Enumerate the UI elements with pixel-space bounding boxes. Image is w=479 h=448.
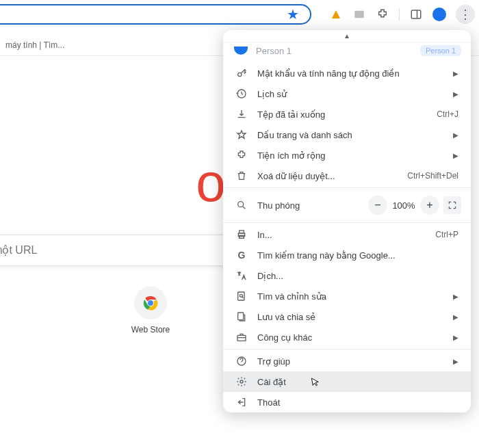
svg-point-10	[238, 202, 244, 207]
chevron-right-icon: ▶	[453, 152, 458, 159]
briefcase-icon	[235, 332, 248, 343]
menu-help[interactable]: Trợ giúp ▶	[223, 351, 471, 371]
menu-more-tools[interactable]: Công cụ khác ▶	[223, 327, 471, 347]
find-icon	[235, 291, 248, 302]
star-outline-icon	[235, 129, 248, 140]
profile-avatar-icon[interactable]	[432, 8, 446, 21]
tab-title: máy tính | Tìm...	[5, 40, 64, 50]
profile-badge: Person 1	[420, 45, 461, 56]
menu-print[interactable]: In... Ctrl+P	[223, 224, 471, 245]
chrome-icon	[134, 287, 167, 319]
chevron-right-icon: ▶	[453, 313, 458, 321]
puzzle-icon	[235, 150, 248, 161]
menu-bookmarks[interactable]: Dấu trang và danh sách ▶	[223, 124, 471, 145]
svg-rect-12	[240, 230, 244, 233]
share-icon	[235, 311, 248, 322]
omnibox[interactable]: ★	[0, 4, 311, 25]
chevron-right-icon: ▶	[453, 358, 458, 365]
alert-icon[interactable]	[329, 8, 343, 21]
toolbar-divider	[399, 8, 400, 21]
zoom-icon	[235, 200, 248, 211]
menu-settings[interactable]: Cài đặt	[223, 371, 471, 392]
help-icon	[235, 356, 248, 367]
menu-extensions[interactable]: Tiện ích mở rộng ▶	[223, 145, 471, 166]
download-icon	[235, 109, 248, 120]
exit-icon	[235, 397, 248, 408]
chevron-right-icon: ▶	[453, 334, 458, 341]
menu-history[interactable]: Lịch sử ▶	[223, 83, 471, 104]
zoom-value: 100%	[391, 200, 416, 211]
menu-separator	[223, 187, 471, 188]
svg-rect-17	[237, 335, 246, 341]
side-panel-icon[interactable]	[409, 8, 423, 21]
svg-rect-0	[354, 11, 364, 18]
toolbar-icon-group: ⋮	[329, 5, 475, 24]
chevron-right-icon: ▶	[453, 70, 458, 77]
chevron-right-icon: ▶	[453, 131, 458, 139]
shortcut-webstore[interactable]: Web Store	[116, 287, 185, 334]
chrome-main-menu: ▲ Person 1 Person 1 Mật khẩu và tính năn…	[223, 30, 471, 412]
menu-translate[interactable]: Dịch...	[223, 265, 471, 286]
more-menu-button[interactable]: ⋮	[456, 5, 475, 24]
key-icon	[235, 68, 248, 79]
svg-rect-1	[411, 10, 421, 18]
chevron-right-icon: ▶	[453, 90, 458, 98]
menu-profile-row[interactable]: Person 1 Person 1	[223, 42, 471, 63]
svg-rect-13	[240, 235, 244, 238]
svg-point-19	[240, 380, 243, 383]
menu-find[interactable]: Tìm và chỉnh sửa ▶	[223, 286, 471, 306]
chevron-right-icon: ▶	[453, 293, 458, 300]
google-g-icon: G	[235, 250, 248, 261]
svg-point-8	[148, 300, 153, 306]
menu-scroll-up[interactable]: ▲	[223, 30, 471, 42]
extensions-icon[interactable]	[376, 8, 389, 21]
profile-name: Person 1	[256, 46, 412, 56]
gear-icon	[235, 376, 248, 387]
menu-zoom: Thu phóng − 100% +	[223, 189, 471, 221]
shortcut-label: Web Store	[131, 325, 170, 334]
zoom-out-button[interactable]: −	[368, 196, 387, 215]
menu-search-google[interactable]: G Tìm kiếm trang này bằng Google...	[223, 245, 471, 265]
menu-separator	[223, 222, 471, 223]
fullscreen-button[interactable]	[443, 196, 461, 214]
menu-passwords[interactable]: Mật khẩu và tính năng tự động điền ▶	[223, 63, 471, 83]
bookmark-star-icon[interactable]: ★	[287, 6, 299, 23]
menu-separator	[223, 349, 471, 350]
profile-avatar-icon	[234, 47, 248, 55]
menu-share[interactable]: Lưu và chia sẻ ▶	[223, 306, 471, 327]
trash-icon	[235, 170, 248, 181]
svg-rect-14	[238, 292, 244, 300]
print-icon	[235, 229, 248, 240]
menu-clear-data[interactable]: Xoá dữ liệu duyệt... Ctrl+Shift+Del	[223, 166, 471, 186]
zoom-in-button[interactable]: +	[420, 196, 439, 215]
translate-icon	[235, 270, 248, 281]
history-icon	[235, 88, 248, 99]
svg-point-9	[238, 73, 242, 76]
media-icon[interactable]	[352, 8, 366, 21]
menu-downloads[interactable]: Tệp đã tải xuống Ctrl+J	[223, 104, 471, 124]
menu-exit[interactable]: Thoát	[223, 392, 471, 412]
browser-toolbar: ★ ⋮	[0, 0, 479, 29]
svg-rect-16	[238, 313, 244, 320]
